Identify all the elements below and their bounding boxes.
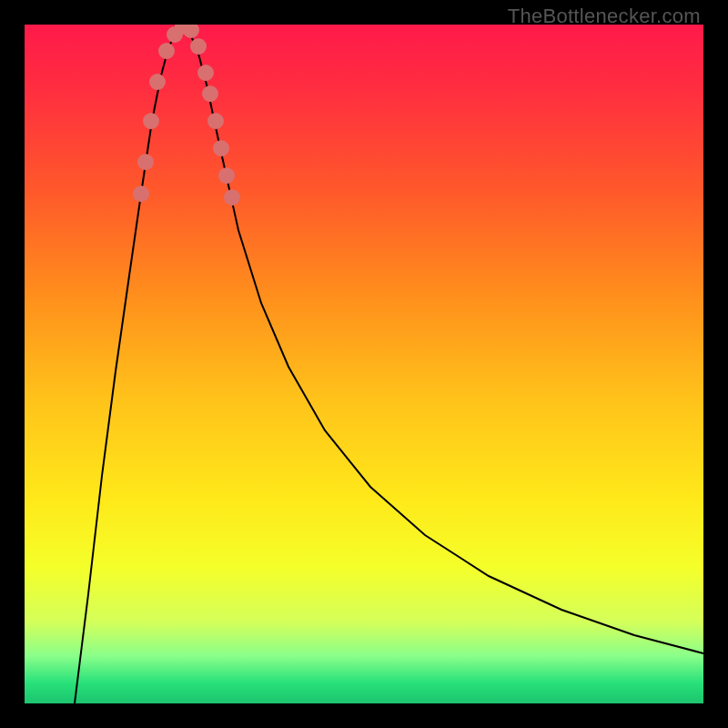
curve-marker xyxy=(202,86,218,102)
curve-marker xyxy=(183,25,199,38)
curve-marker xyxy=(133,186,149,202)
bottleneck-curve xyxy=(75,26,703,703)
curve-marker xyxy=(213,140,229,157)
curve-marker xyxy=(218,167,235,184)
plot-area xyxy=(25,25,703,703)
chart-frame: TheBottlenecker.com xyxy=(0,0,728,728)
curve-marker xyxy=(207,113,224,129)
curve-marker xyxy=(224,189,240,206)
marker-group xyxy=(133,25,240,206)
curve-marker xyxy=(197,65,214,81)
curve-marker xyxy=(158,43,175,59)
curve-marker xyxy=(143,113,159,129)
curve-marker xyxy=(149,74,166,90)
curve-layer xyxy=(25,25,703,703)
curve-marker xyxy=(190,38,207,55)
curve-marker xyxy=(137,154,154,170)
